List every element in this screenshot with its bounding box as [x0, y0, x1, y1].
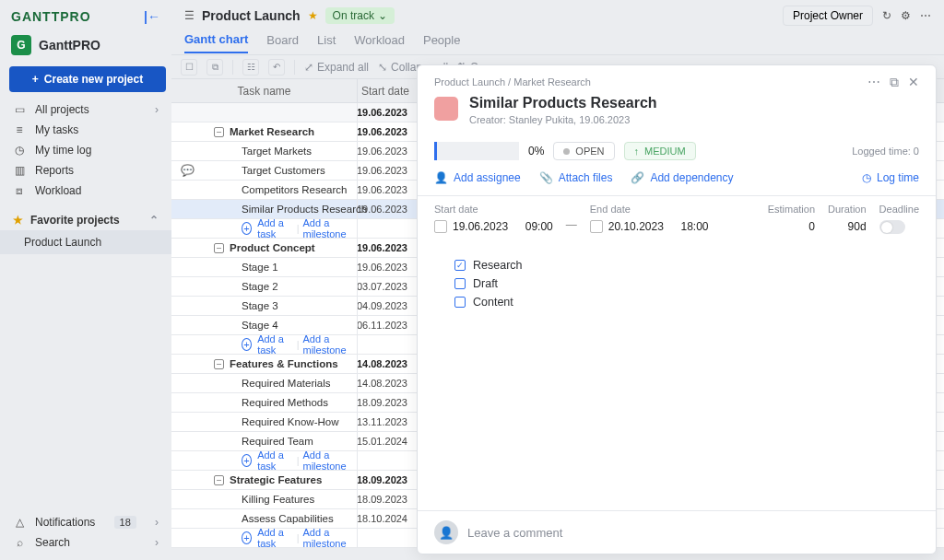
- add-task-link[interactable]: Add a task: [257, 527, 293, 549]
- nav-label: Search: [35, 536, 70, 549]
- date-cell: 18.10.2024: [358, 513, 413, 524]
- priority-text: MEDIUM: [644, 146, 686, 157]
- add-milestone-link[interactable]: Add a milestone: [303, 333, 357, 356]
- close-icon[interactable]: ✕: [908, 75, 919, 90]
- expand-all-button[interactable]: ⤢Expand all: [304, 61, 369, 74]
- project-owner-button[interactable]: Project Owner: [783, 6, 873, 26]
- checklist-item[interactable]: ✓Research: [454, 256, 919, 274]
- collapse-icon: ⤡: [378, 61, 387, 74]
- view-tabs: Gantt chart Board List Workload People: [171, 31, 944, 55]
- collapse-toggle-icon[interactable]: –: [214, 243, 224, 253]
- favorites-header[interactable]: ★ Favorite projects ⌃: [7, 206, 164, 230]
- checkbox-icon[interactable]: [454, 297, 466, 308]
- add-assignee-button[interactable]: 👤Add assignee: [434, 171, 521, 184]
- progress-bar[interactable]: [434, 142, 519, 160]
- workspace-row[interactable]: G GanttPRO: [7, 31, 164, 59]
- nav-label: Reports: [35, 164, 74, 177]
- sidebar-item-workload[interactable]: ⧈Workload: [7, 181, 164, 201]
- status-pill[interactable]: On track ⌄: [325, 7, 395, 24]
- checkbox-tool-icon[interactable]: ☐: [181, 59, 197, 76]
- separator: [294, 60, 295, 75]
- end-date-label: End date: [590, 204, 709, 215]
- task-name: Stage 1: [242, 262, 278, 273]
- sidebar-item-my-tasks[interactable]: ≡My tasks: [7, 120, 164, 140]
- checkbox-icon[interactable]: ✓: [454, 260, 466, 271]
- avatar: 👤: [434, 520, 458, 544]
- deadline-field: Deadline: [879, 204, 919, 234]
- favorites-title: Favorite projects: [30, 214, 120, 227]
- add-task-link[interactable]: Add a task: [257, 217, 293, 239]
- end-date-input[interactable]: 20.10.2023 18:00: [590, 220, 709, 233]
- priority-chip[interactable]: ↑MEDIUM: [624, 142, 696, 160]
- tab-workload[interactable]: Workload: [354, 33, 405, 52]
- checklist-item[interactable]: Draft: [454, 274, 919, 293]
- more-icon[interactable]: ⋯: [867, 75, 880, 90]
- collapse-toggle-icon[interactable]: –: [214, 475, 224, 485]
- sidebar-item-my-time-log[interactable]: ◷My time log: [7, 140, 164, 160]
- col-header-date[interactable]: Start date: [358, 79, 413, 102]
- start-date-field: Start date 19.06.2023 09:00: [434, 204, 553, 233]
- add-milestone-link[interactable]: Add a milestone: [303, 449, 357, 472]
- panel-footer: 👤 Leave a comment: [418, 510, 936, 554]
- sidebar-item-notifications[interactable]: △Notifications18›: [7, 512, 164, 532]
- section-name: Product Concept: [230, 242, 315, 253]
- collapse-sidebar-icon[interactable]: |←: [144, 9, 160, 24]
- task-title[interactable]: Similar Products Research: [469, 95, 657, 111]
- task-name: Competitors Research: [242, 184, 347, 195]
- task-color-swatch[interactable]: [434, 97, 458, 121]
- gear-icon[interactable]: ⚙: [901, 9, 911, 22]
- estimation-field: Estimation 0: [768, 204, 815, 233]
- plus-circle-icon: +: [242, 454, 252, 467]
- log-time-button[interactable]: ◷Log time: [862, 171, 919, 184]
- estimation-label: Estimation: [768, 204, 815, 215]
- create-project-button[interactable]: + Create new project: [9, 66, 166, 92]
- add-task-link[interactable]: Add a task: [257, 449, 293, 472]
- crumb-project[interactable]: Product Launch: [434, 76, 505, 88]
- add-milestone-link[interactable]: Add a milestone: [303, 527, 357, 549]
- star-icon[interactable]: ★: [308, 9, 318, 22]
- add-task-link[interactable]: Add a task: [257, 333, 293, 356]
- deadline-toggle[interactable]: [879, 220, 905, 234]
- sidebar-item-all-projects[interactable]: ▭All projects›: [7, 99, 164, 120]
- user-plus-icon: 👤: [434, 171, 448, 184]
- tab-list[interactable]: List: [317, 33, 336, 52]
- start-date-input[interactable]: 19.06.2023 09:00: [434, 220, 553, 233]
- tab-board[interactable]: Board: [266, 33, 299, 52]
- nav-label: My time log: [35, 144, 91, 157]
- indent-tool-icon[interactable]: ☷: [242, 59, 259, 76]
- status-chip[interactable]: OPEN: [553, 142, 614, 160]
- copy-tool-icon[interactable]: ⧉: [206, 59, 223, 76]
- sidebar-item-search[interactable]: ⌕Search›: [7, 532, 164, 553]
- crumb-parent[interactable]: Market Research: [513, 76, 591, 88]
- comment-icon[interactable]: 💬: [181, 164, 195, 177]
- tab-gantt[interactable]: Gantt chart: [184, 32, 248, 53]
- project-icon: ☰: [184, 9, 195, 22]
- duration-label: Duration: [828, 204, 867, 215]
- checkbox-icon[interactable]: [454, 278, 466, 289]
- add-milestone-link[interactable]: Add a milestone: [303, 217, 357, 239]
- search-icon: ⌕: [13, 536, 26, 549]
- date-fields: Start date 19.06.2023 09:00 — End date 2…: [418, 196, 936, 239]
- sidebar-item-reports[interactable]: ▥Reports: [7, 160, 164, 181]
- nav-label: All projects: [35, 103, 89, 116]
- comment-input[interactable]: Leave a comment: [467, 526, 562, 540]
- col-header-name[interactable]: Task name: [171, 79, 358, 102]
- attach-files-button[interactable]: 📎Attach files: [539, 171, 613, 184]
- more-icon[interactable]: ⋯: [920, 9, 931, 22]
- chevron-up-icon: ⌃: [149, 214, 159, 227]
- add-dependency-button[interactable]: 🔗Add dependency: [631, 171, 733, 184]
- start-time-value: 09:00: [525, 220, 553, 233]
- history-icon[interactable]: ↻: [882, 9, 891, 22]
- wordmark: GANTTPRO: [11, 9, 91, 24]
- checklist-item[interactable]: Content: [454, 293, 919, 311]
- link-icon[interactable]: ⧉: [890, 75, 899, 90]
- checklist-label: Research: [473, 259, 523, 272]
- outdent-tool-icon[interactable]: ↶: [268, 59, 285, 76]
- tab-people[interactable]: People: [423, 33, 460, 52]
- collapse-toggle-icon[interactable]: –: [214, 359, 224, 369]
- duration-value[interactable]: 90d: [828, 220, 867, 233]
- estimation-value[interactable]: 0: [768, 220, 815, 233]
- favorite-project-item[interactable]: Product Launch: [0, 230, 171, 254]
- clock-icon: ◷: [13, 144, 26, 157]
- collapse-toggle-icon[interactable]: –: [214, 127, 224, 137]
